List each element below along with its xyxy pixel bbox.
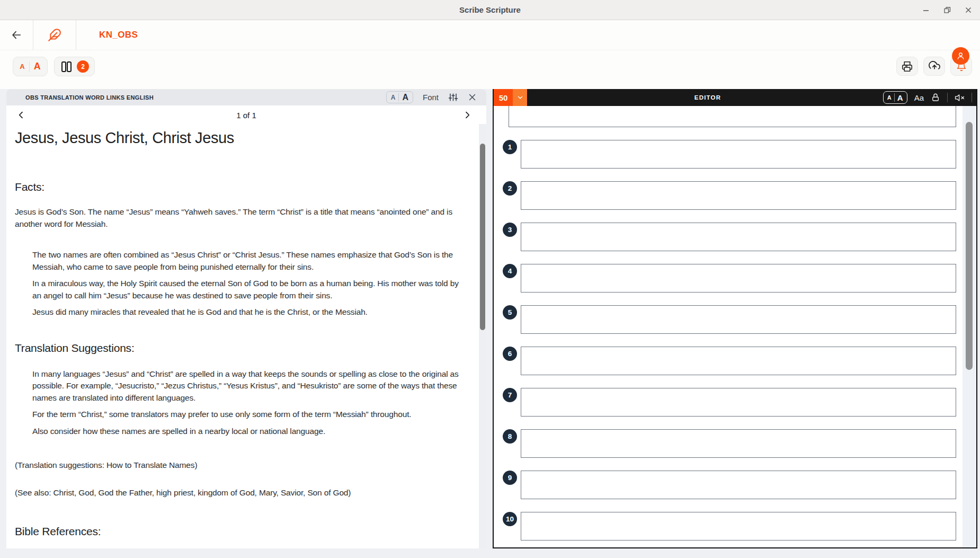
verse-input[interactable] (521, 512, 956, 541)
avatar[interactable] (952, 47, 969, 65)
resource-scrollbar-track[interactable] (479, 124, 486, 548)
close-icon[interactable] (964, 5, 973, 15)
font-increase-button[interactable]: A (30, 61, 45, 72)
app-header-row: KN_OBS (0, 20, 980, 50)
bible-references-heading: Bible References: (15, 525, 465, 538)
close-panel-icon[interactable] (468, 93, 477, 102)
verse-row: 5 (494, 305, 956, 334)
editor-title: EDITOR (694, 89, 721, 106)
editor-panel: 50 EDITOR A A Aa (493, 89, 977, 548)
toolbar-divider (947, 93, 948, 102)
resource-panel-header: OBS TRANSLATION WORD LINKS ENGLISH A A F… (6, 89, 486, 105)
font-increase-button[interactable]: A (895, 93, 906, 102)
window-controls (921, 0, 973, 20)
suggestion-points: In many languages “Jesus” and “Christ” a… (32, 368, 465, 438)
facts-points: The two names are often combined as “Jes… (32, 249, 465, 318)
app-header: KN_OBS A A 2 (0, 20, 980, 89)
facts-point: Jesus did many miracles that revealed th… (32, 306, 465, 318)
resource-panel-controls: A A Font (386, 91, 477, 103)
editor-verse-list: 1 2 3 4 5 (494, 106, 956, 547)
font-menu-button[interactable]: Font (423, 93, 439, 102)
verse-input[interactable] (521, 388, 956, 417)
filter-sliders-icon[interactable] (448, 92, 458, 102)
translation-suggestions-heading: Translation Suggestions: (15, 342, 465, 355)
verse-row: 4 (494, 264, 956, 293)
cloud-upload-button[interactable] (923, 57, 945, 76)
article-content: Jesus, Jesus Christ, Christ Jesus Facts:… (6, 124, 479, 548)
verse-row: 3 (494, 223, 956, 251)
verse-number-badge: 2 (503, 181, 517, 196)
verse-number-badge: 9 (503, 471, 517, 485)
verse-number-badge: 7 (503, 388, 517, 402)
verse-number-badge: 10 (503, 512, 517, 526)
toolbar-row: A A 2 (0, 50, 980, 89)
editor-toolbar: A A Aa (883, 89, 976, 106)
verse-row: 10 (494, 512, 956, 541)
resource-pagination: 1 of 1 (6, 105, 486, 125)
verse-input[interactable] (521, 347, 956, 375)
panes-count-badge: 2 (77, 60, 89, 73)
window-title: Scribe Scripture (0, 5, 980, 14)
chapter-dropdown-button[interactable] (513, 89, 527, 106)
verse-number-badge: 4 (503, 264, 517, 278)
editor-scrollbar-track[interactable] (963, 106, 976, 547)
restore-icon[interactable] (942, 5, 952, 15)
facts-heading: Facts: (15, 181, 465, 193)
verse-input[interactable] (521, 181, 956, 210)
chapter-number-button[interactable]: 50 (494, 89, 513, 106)
editor-scrollbar-thumb[interactable] (966, 122, 973, 370)
verse-number-badge: 5 (503, 305, 517, 320)
see-also-note: (See also: Christ, God, God the Father, … (15, 488, 465, 498)
layout-panes-button[interactable]: 2 (54, 57, 95, 76)
titlebar: Scribe Scripture (0, 0, 980, 20)
verse-row: 6 (494, 347, 956, 375)
verse-number-badge: 3 (503, 223, 517, 237)
verse-input[interactable] (521, 264, 956, 293)
verse-row: 2 (494, 181, 956, 210)
facts-intro-paragraph: Jesus is God’s Son. The name “Jesus” mea… (15, 206, 465, 230)
toolbar-divider (972, 93, 972, 102)
font-decrease-button[interactable]: A (885, 94, 894, 101)
verse-input-partial[interactable] (509, 106, 956, 127)
verse-number-badge: 8 (503, 429, 517, 444)
font-family-button[interactable]: Aa (914, 93, 924, 102)
font-decrease-button[interactable]: A (15, 63, 29, 70)
verse-row: 7 (494, 388, 956, 417)
back-button[interactable] (0, 20, 33, 50)
font-increase-button[interactable]: A (399, 93, 412, 102)
verse-input[interactable] (521, 140, 956, 169)
resource-font-size-buttons[interactable]: A A (386, 91, 413, 103)
lock-icon[interactable] (931, 93, 940, 102)
facts-point: The two names are often combined as “Jes… (32, 249, 465, 273)
font-size-buttons[interactable]: A A (13, 57, 48, 76)
verse-number-badge: 1 (503, 140, 517, 154)
verse-input[interactable] (521, 429, 956, 458)
facts-point: In a miraculous way, the Holy Spirit cau… (32, 278, 465, 302)
verse-row: 1 (494, 140, 956, 169)
verse-input[interactable] (521, 471, 956, 499)
minimize-icon[interactable] (921, 5, 931, 15)
mute-audio-icon[interactable] (955, 93, 965, 103)
app-window: Scribe Scripture KN_OBS (0, 0, 980, 558)
verse-row: 8 (494, 429, 956, 458)
article-title: Jesus, Jesus Christ, Christ Jesus (15, 129, 465, 147)
translation-note: (Translation suggestions: How to Transla… (15, 460, 465, 470)
verse-input[interactable] (521, 305, 956, 334)
verse-input[interactable] (521, 223, 956, 251)
previous-page-chevron[interactable] (11, 105, 32, 125)
next-page-chevron[interactable] (457, 105, 478, 125)
columns-icon (60, 60, 73, 73)
quill-icon[interactable] (33, 20, 76, 50)
resource-panel-title: OBS TRANSLATION WORD LINKS ENGLISH (25, 94, 154, 101)
resource-scrollbar-thumb[interactable] (480, 144, 485, 330)
editor-header: 50 EDITOR A A Aa (494, 89, 976, 106)
project-title: KN_OBS (76, 20, 138, 50)
resource-panel: OBS TRANSLATION WORD LINKS ENGLISH A A F… (6, 89, 486, 548)
verse-number-badge: 6 (503, 347, 517, 361)
editor-font-size-buttons[interactable]: A A (883, 91, 907, 104)
suggestion-point: Also consider how these names are spelle… (32, 426, 465, 438)
print-button[interactable] (896, 57, 918, 76)
verse-row: 9 (494, 471, 956, 499)
font-decrease-button[interactable]: A (388, 94, 399, 101)
suggestion-point: For the term “Christ,” some translators … (32, 409, 465, 421)
